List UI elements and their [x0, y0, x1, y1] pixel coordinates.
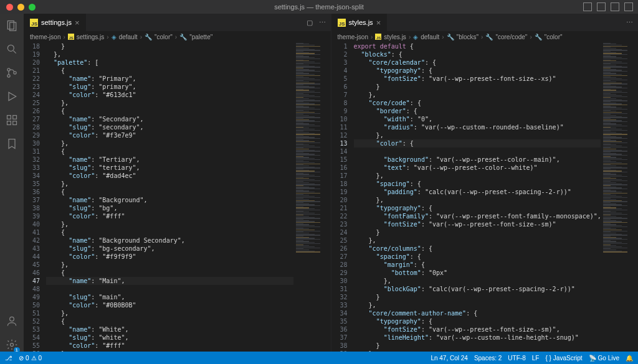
breadcrumb-item[interactable]: default — [119, 34, 138, 40]
editor-pane-right: JS styles.js × ⋯ theme-json› JS styles.j… — [331, 14, 639, 352]
close-window[interactable] — [6, 4, 13, 11]
js-file-icon: JS — [30, 19, 38, 27]
svg-point-13 — [11, 343, 14, 347]
more-actions-icon[interactable]: ⋯ — [626, 19, 633, 27]
property-icon: 🔧 — [145, 34, 152, 40]
module-icon: ◈ — [112, 34, 117, 40]
module-icon: ◈ — [413, 34, 418, 40]
breadcrumb-item[interactable]: "color" — [545, 34, 563, 40]
status-bar: ⎇ ⊘0 ⚠0 Ln 47, Col 24 Spaces: 2 UTF-8 LF… — [0, 352, 638, 364]
line-gutter-left: 1819202122232425262728293031323334353637… — [24, 42, 46, 352]
source-control-icon[interactable] — [5, 66, 19, 80]
breadcrumb-item[interactable]: "core/code" — [495, 34, 527, 40]
explorer-icon[interactable] — [5, 19, 19, 32]
svg-rect-10 — [13, 121, 17, 125]
tab-label: styles.js — [349, 19, 373, 26]
breadcrumb-right[interactable]: theme-json› JS styles.js› ◈ default› 🔧 "… — [331, 31, 639, 42]
line-gutter-right: 1234567891011121314151617181920212223242… — [331, 42, 354, 352]
breadcrumb-item[interactable]: theme-json — [30, 34, 60, 40]
layout-panel-bottom-icon[interactable] — [597, 2, 606, 11]
breadcrumb-item[interactable]: theme-json — [338, 34, 368, 40]
svg-point-12 — [10, 317, 14, 321]
indentation[interactable]: Spaces: 2 — [474, 355, 502, 362]
js-file-icon: JS — [68, 34, 74, 40]
go-live[interactable]: 📡 Go Live — [589, 355, 619, 362]
svg-rect-8 — [7, 116, 11, 119]
breadcrumb-item[interactable]: "blocks" — [457, 34, 478, 40]
tab-label: settings.js — [41, 19, 72, 26]
minimize-window[interactable] — [17, 4, 24, 11]
split-editor-icon[interactable]: ▢ — [307, 19, 313, 27]
run-debug-icon[interactable] — [5, 90, 19, 103]
search-icon[interactable] — [5, 42, 19, 56]
breadcrumb-left[interactable]: theme-json› JS settings.js› ◈ default› 🔧… — [24, 31, 331, 42]
customize-layout-icon[interactable] — [624, 2, 633, 11]
tab-bar-left: JS settings.js × ▢ ⋯ — [24, 14, 331, 31]
problems-indicator[interactable]: ⊘0 ⚠0 — [19, 355, 42, 362]
accounts-icon[interactable] — [5, 314, 19, 328]
window-title: settings.js — theme-json-split — [274, 3, 364, 11]
extensions-icon[interactable] — [5, 113, 19, 127]
remote-indicator[interactable]: ⎇ — [5, 355, 12, 362]
svg-rect-9 — [7, 121, 11, 125]
property-icon: 🔧 — [179, 34, 187, 40]
svg-point-2 — [7, 45, 14, 51]
svg-marker-7 — [9, 92, 16, 100]
tab-bar-right: JS styles.js × ⋯ — [331, 14, 639, 31]
bookmark-icon[interactable] — [5, 137, 19, 151]
close-tab-icon[interactable]: × — [75, 18, 80, 27]
svg-point-4 — [7, 68, 10, 71]
encoding[interactable]: UTF-8 — [508, 355, 525, 362]
tab-settings-js[interactable]: JS settings.js × — [24, 14, 87, 31]
settings-gear-icon[interactable]: 1 — [5, 338, 19, 352]
svg-line-3 — [14, 51, 16, 54]
code-area-right[interactable]: export default { "blocks": { "core/calen… — [354, 42, 639, 352]
layout-panel-right-icon[interactable] — [611, 2, 619, 11]
minimap-left[interactable] — [293, 42, 331, 352]
svg-rect-11 — [13, 116, 17, 119]
js-file-icon: JS — [375, 34, 381, 40]
settings-badge: 1 — [14, 347, 20, 352]
breadcrumb-item[interactable]: "palette" — [189, 34, 212, 40]
svg-point-5 — [7, 75, 10, 77]
breadcrumb-item[interactable]: styles.js — [384, 34, 406, 40]
language-mode[interactable]: { } JavaScript — [545, 355, 582, 362]
tab-styles-js[interactable]: JS styles.js × — [331, 14, 388, 31]
property-icon: 🔧 — [447, 34, 454, 40]
breadcrumb-item[interactable]: "color" — [155, 34, 173, 40]
activity-bar: 1 — [0, 14, 24, 352]
notifications-icon[interactable]: 🔔 — [626, 355, 633, 362]
close-tab-icon[interactable]: × — [376, 18, 381, 27]
cursor-position[interactable]: Ln 47, Col 24 — [431, 355, 468, 362]
minimap-right[interactable] — [601, 42, 638, 352]
breadcrumb-item[interactable]: settings.js — [77, 34, 104, 40]
more-actions-icon[interactable]: ⋯ — [319, 19, 326, 27]
breadcrumb-item[interactable]: default — [421, 34, 439, 40]
maximize-window[interactable] — [29, 4, 36, 11]
property-icon: 🔧 — [485, 34, 493, 40]
eol[interactable]: LF — [532, 355, 540, 362]
titlebar: settings.js — theme-json-split — [0, 0, 638, 14]
editor-pane-left: JS settings.js × ▢ ⋯ theme-json› JS sett… — [24, 14, 331, 352]
property-icon: 🔧 — [535, 34, 542, 40]
layout-panel-left-icon[interactable] — [583, 2, 592, 11]
svg-point-6 — [14, 72, 16, 74]
code-area-left[interactable]: } }, "palette": [ { "name": "Primary", "… — [46, 42, 331, 352]
js-file-icon: JS — [338, 19, 346, 27]
